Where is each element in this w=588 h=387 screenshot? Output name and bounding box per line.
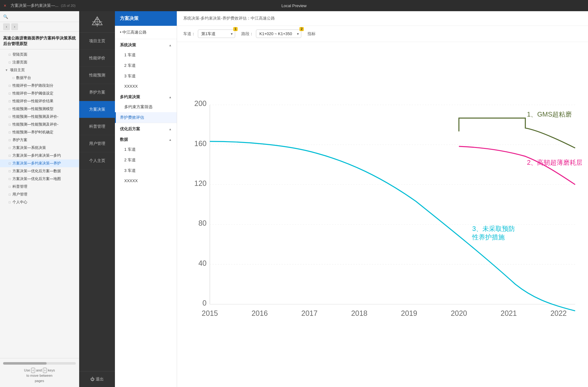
chevron-icon: ▲: [169, 95, 172, 99]
lane-label: 车道：: [183, 31, 195, 37]
mid-nav-popular-mgmt[interactable]: 科普管理: [79, 118, 115, 135]
mid-nav-decision[interactable]: 方案决策: [79, 101, 115, 118]
submenu-sub-lane1[interactable]: 1 车道: [115, 50, 177, 60]
mid-nav-user-mgmt[interactable]: 用户管理: [79, 135, 115, 152]
lane-select[interactable]: 第1车道第2车道第3车道: [198, 30, 235, 38]
svg-text:120: 120: [194, 179, 207, 187]
close-icon[interactable]: ×: [4, 3, 6, 8]
mid-nav-project-home[interactable]: 项目主页: [79, 33, 115, 50]
tree-label: 方案决策—多约束决策—养护: [12, 161, 61, 166]
top-bar-filename: 方案决策—多约束决策—...: [11, 3, 58, 8]
tree-item-data-platform[interactable]: □数据平台: [0, 74, 79, 82]
section-label: 数据: [120, 137, 128, 142]
submenu-section-opt-plan[interactable]: 优化后方案▲: [115, 123, 177, 134]
tree-item-perf-pred-timing[interactable]: □性能预测—养护时机确定: [0, 128, 79, 136]
tree-label: 个人中心: [12, 200, 27, 205]
tree-item-personal-center[interactable]: □个人中心: [0, 198, 79, 206]
chevron-icon: ▲: [169, 44, 172, 47]
logout-button[interactable]: ⏻ 退出: [79, 371, 115, 387]
submenu-title: 方案决策: [115, 11, 177, 26]
tree-item-popular-mgmt[interactable]: □科普管理: [0, 183, 79, 191]
tree-item-perf-eval-threshold[interactable]: □性能评价—养护阈值设定: [0, 90, 79, 97]
svg-text:160: 160: [194, 140, 207, 148]
tree-label: 方案决策—系统决策: [12, 145, 46, 150]
tree-label: 方案决策—优化后方案—数据: [12, 168, 61, 174]
submenu-sub-cost-eval[interactable]: 养护费效评估: [115, 112, 177, 123]
tree-icon: □: [9, 185, 11, 188]
section-badge: 2: [299, 27, 304, 31]
left-panel: ‹ › 高速公路沥青路面养护方案科学决策系统后台管理原型 □登陆页面□注册页面▼…: [0, 11, 79, 387]
tree-label: 性能预测—性能预测及评价-: [12, 122, 58, 127]
tree-item-perf-pred-eval1[interactable]: □性能预测—性能预测及评价-: [0, 113, 79, 121]
tree-icon: □: [9, 53, 11, 56]
tree-icon: □: [9, 169, 11, 173]
submenu-sub-lane3[interactable]: 3 车道: [115, 71, 177, 81]
tree-icon: □: [9, 200, 11, 204]
tree-icon: □: [9, 84, 11, 87]
tree-item-decision-multi2[interactable]: □方案决策—多约束决策—养护: [0, 159, 79, 167]
tree-item-decision-sys[interactable]: □方案决策—系统决策: [0, 144, 79, 152]
mid-nav-perf-pred[interactable]: 性能预测: [79, 67, 115, 84]
tree-item-decision-multi1[interactable]: □方案决策—多约束决策—多约: [0, 152, 79, 159]
next-key-icon: ›: [43, 368, 47, 373]
tree-item-maint-plan[interactable]: □养护方案: [0, 136, 79, 144]
tree-item-register[interactable]: □注册页面: [0, 58, 79, 66]
mid-nav-personal[interactable]: 个人主页: [79, 152, 115, 169]
content-area: 系统决策-多约束决策-养护费效评估：中江高速公路 车道： 第1车道第2车道第3车…: [177, 11, 588, 387]
logo: [79, 11, 115, 33]
svg-text:性养护措施: 性养护措施: [472, 233, 505, 241]
svg-text:2015: 2015: [202, 309, 218, 317]
tree-icon: □: [9, 138, 11, 142]
tree-label: 用户管理: [12, 192, 27, 197]
section-label: 系统决策: [120, 42, 136, 48]
submenu-section-sys-decision[interactable]: 系统决策▲: [115, 39, 177, 50]
tree-icon: □: [9, 193, 11, 196]
tree-item-decision-opt-data[interactable]: □方案决策—优化后方案—数据: [0, 167, 79, 175]
scroll-bar[interactable]: [3, 362, 76, 365]
svg-text:2022: 2022: [550, 309, 567, 317]
tree-item-perf-pred-model[interactable]: □性能预测—性能预测模型: [0, 105, 79, 113]
search-input[interactable]: [3, 14, 76, 19]
tree-item-login[interactable]: □登陆页面: [0, 51, 79, 58]
tree-label: 性能评价—性能评价结果: [12, 99, 53, 104]
tree-item-user-mgmt[interactable]: □用户管理: [0, 191, 79, 198]
submenu-sub-data-laneX[interactable]: XXXXX: [115, 176, 177, 186]
app-title: 高速公路沥青路面养护方案科学决策系统后台管理原型: [0, 32, 79, 49]
submenu-top-item[interactable]: • 中江高速公路: [115, 26, 177, 39]
tree-label: 性能评价—养护路段划分: [12, 83, 53, 88]
prev-arrow[interactable]: ‹: [3, 23, 10, 30]
section-label: 优化后方案: [120, 126, 140, 132]
top-bar-page-info: (15 of 20): [61, 4, 75, 7]
tree-icon: □: [9, 177, 11, 181]
mid-nav-perf-eval[interactable]: 性能评价: [79, 50, 115, 67]
tree-item-perf-pred-eval2[interactable]: □性能预测—性能预测及评价-: [0, 121, 79, 128]
svg-text:80: 80: [198, 219, 207, 227]
submenu-sub-lane2[interactable]: 2 车道: [115, 60, 177, 71]
submenu-section-multi-decision[interactable]: 多约束决策▲: [115, 91, 177, 102]
tree-label: 性能评价—养护阈值设定: [12, 91, 53, 96]
tree-item-perf-eval-section[interactable]: □性能评价—养护路段划分: [0, 82, 79, 90]
tree-item-perf-eval-result[interactable]: □性能评价—性能评价结果: [0, 97, 79, 105]
submenu-sub-data-lane1[interactable]: 1 车道: [115, 144, 177, 155]
tree-item-project-home[interactable]: ▼项目主页: [0, 66, 79, 74]
chart-line-no-maint: [210, 141, 575, 311]
tree-icon: ▼: [5, 68, 8, 72]
chevron-icon: ▲: [169, 127, 172, 131]
logo-icon: [91, 16, 103, 28]
submenu-sub-laneX[interactable]: XXXXX: [115, 81, 177, 91]
submenu-sub-multi-filter[interactable]: 多约束方案筛选: [115, 102, 177, 112]
file-tree: □登陆页面□注册页面▼项目主页□数据平台□性能评价—养护路段划分□性能评价—养护…: [0, 49, 79, 358]
tree-item-decision-opt-map[interactable]: □方案决策—优化后方案—地图: [0, 175, 79, 183]
submenu-sub-data-lane2[interactable]: 2 车道: [115, 155, 177, 165]
chart-line-gms: [459, 118, 575, 148]
tree-icon: □: [9, 115, 11, 118]
tree-label: 方案决策—优化后方案—地图: [12, 176, 61, 182]
tree-icon: □: [9, 92, 11, 95]
submenu-section-data-section[interactable]: 数据▲: [115, 134, 177, 144]
mid-nav-maint-plan[interactable]: 养护方案: [79, 84, 115, 101]
next-arrow[interactable]: ›: [11, 23, 18, 30]
lane-select-wrapper: 第1车道第2车道第3车道: [198, 30, 235, 38]
tree-label: 方案决策—多约束决策—多约: [12, 153, 61, 158]
section-select[interactable]: K1+020 ~ K1+350K1+350 ~ K1+680: [256, 30, 301, 38]
submenu-sub-data-lane3[interactable]: 3 车道: [115, 165, 177, 176]
